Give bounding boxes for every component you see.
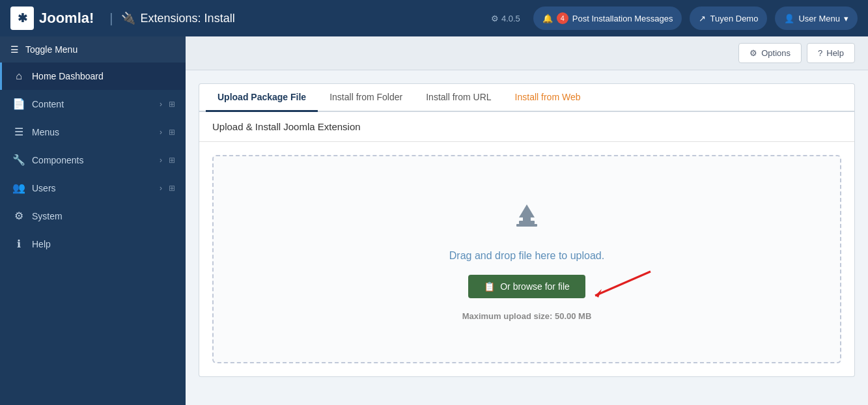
notifications-count: 4 xyxy=(557,12,568,24)
nav-separator: | xyxy=(109,11,113,26)
help-button[interactable]: ? Help xyxy=(807,43,855,63)
grid-icon: ⊞ xyxy=(169,184,175,193)
menu-icon: ☰ xyxy=(12,126,25,138)
upload-drop-zone[interactable]: Drag and drop file here to upload. 📋 Or … xyxy=(212,155,841,363)
chevron-right-icon: › xyxy=(160,156,162,165)
chevron-down-icon: ▾ xyxy=(844,14,848,23)
sidebar-item-label: Home Dashboard xyxy=(32,71,175,81)
chevron-right-icon: › xyxy=(160,184,162,193)
user-menu-label: User Menu xyxy=(798,14,840,23)
options-button[interactable]: ⚙ Options xyxy=(738,43,802,63)
menu-hamburger-icon: ☰ xyxy=(10,44,19,55)
sidebar-item-content[interactable]: 📄 Content › ⊞ xyxy=(0,90,186,118)
external-link-icon: ↗ xyxy=(699,14,706,23)
upload-icon xyxy=(507,198,546,237)
browse-for-file-button[interactable]: 📋 Or browse for file xyxy=(468,275,585,298)
drag-drop-text: Drag and drop file here to upload. xyxy=(449,250,604,262)
bell-icon: 🔔 xyxy=(542,14,553,23)
tabs-container: Upload Package File Install from Folder … xyxy=(199,83,855,112)
sidebar: ☰ Toggle Menu ⌂ Home Dashboard 📄 Content… xyxy=(0,36,186,405)
content-icon: 📄 xyxy=(12,98,25,110)
grid-icon: ⊞ xyxy=(169,128,175,137)
main-layout: ☰ Toggle Menu ⌂ Home Dashboard 📄 Content… xyxy=(0,36,868,405)
sidebar-item-components[interactable]: 🔧 Components › ⊞ xyxy=(0,146,186,174)
options-label: Options xyxy=(761,48,791,58)
svg-marker-2 xyxy=(519,204,535,223)
svg-marker-4 xyxy=(595,289,602,298)
notifications-label: Post Installation Messages xyxy=(572,14,673,23)
sidebar-item-label: Content xyxy=(32,99,153,109)
upload-panel-title: Upload & Install Joomla Extension xyxy=(199,112,854,142)
svg-line-3 xyxy=(595,272,651,296)
user-profile-button[interactable]: ↗ Tuyen Demo xyxy=(690,7,767,30)
sidebar-item-home-dashboard[interactable]: ⌂ Home Dashboard xyxy=(0,63,186,90)
content-area: ⚙ Options ? Help Upload Package File Ins… xyxy=(186,36,868,405)
file-icon: 📋 xyxy=(484,281,495,292)
user-circle-icon: 👤 xyxy=(784,14,794,23)
help-icon: ℹ xyxy=(12,238,25,250)
sidebar-item-label: Menus xyxy=(32,127,153,137)
navbar: ✱ Joomla! | 🔌 Extensions: Install ⚙ 4.0.… xyxy=(0,0,868,36)
red-arrow-annotation xyxy=(585,268,664,307)
components-icon: 🔧 xyxy=(12,154,25,166)
version-badge: ⚙ 4.0.5 xyxy=(491,14,520,23)
user-menu-button[interactable]: 👤 User Menu ▾ xyxy=(775,7,858,30)
logo-icon: ✱ xyxy=(10,7,34,30)
sidebar-item-label: Users xyxy=(32,183,153,193)
tab-install-url[interactable]: Install from URL xyxy=(414,84,503,112)
sidebar-item-help[interactable]: ℹ Help xyxy=(0,230,186,258)
help-label: Help xyxy=(826,48,844,58)
gear-icon: ⚙ xyxy=(749,48,757,58)
max-upload-size: Maximum upload size: 50.00 MB xyxy=(462,311,592,321)
grid-icon: ⊞ xyxy=(169,156,175,165)
toolbar: ⚙ Options ? Help xyxy=(186,36,868,70)
toggle-menu-label: Toggle Menu xyxy=(25,44,77,55)
logo-text: Joomla! xyxy=(39,10,94,27)
question-icon: ? xyxy=(818,48,822,58)
sidebar-item-toggle-menu[interactable]: ☰ Toggle Menu xyxy=(0,36,186,63)
page-content: Upload Package File Install from Folder … xyxy=(186,70,868,405)
browse-label: Or browse for file xyxy=(500,281,570,292)
page-icon: 🔌 xyxy=(121,11,135,25)
tab-upload-package[interactable]: Upload Package File xyxy=(206,84,318,112)
sidebar-item-system[interactable]: ⚙ System xyxy=(0,202,186,230)
tab-install-folder[interactable]: Install from Folder xyxy=(318,84,414,112)
notifications-button[interactable]: 🔔 4 Post Installation Messages xyxy=(533,7,682,30)
sidebar-item-label: Help xyxy=(32,239,175,249)
tabs: Upload Package File Install from Folder … xyxy=(199,84,854,112)
logo: ✱ Joomla! xyxy=(10,7,94,30)
user-name: Tuyen Demo xyxy=(710,14,758,23)
sidebar-item-label: Components xyxy=(32,155,153,165)
svg-rect-1 xyxy=(516,224,537,227)
sidebar-item-users[interactable]: 👥 Users › ⊞ xyxy=(0,174,186,202)
tab-install-web[interactable]: Install from Web xyxy=(503,84,593,112)
upload-panel: Upload & Install Joomla Extension Drag a… xyxy=(199,112,855,377)
page-title: 🔌 Extensions: Install xyxy=(121,11,235,25)
sidebar-item-label: System xyxy=(32,211,175,221)
chevron-right-icon: › xyxy=(160,100,162,109)
chevron-right-icon: › xyxy=(160,128,162,137)
home-icon: ⌂ xyxy=(12,70,25,82)
sidebar-item-menus[interactable]: ☰ Menus › ⊞ xyxy=(0,118,186,146)
system-icon: ⚙ xyxy=(12,210,25,222)
users-icon: 👥 xyxy=(12,182,25,194)
grid-icon: ⊞ xyxy=(169,100,175,109)
